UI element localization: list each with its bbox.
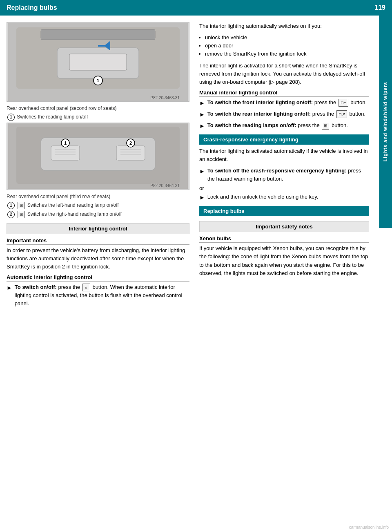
manual-arrow-3: ► To switch the reading lamps on/off: pr… — [199, 121, 369, 130]
manual-arrow-1: ► To switch the front interior lighting … — [199, 98, 369, 107]
auto-control-arrow: ► To switch on/off: press the ☼ button. … — [7, 283, 189, 307]
btn-icon-reading: ⊞ — [18, 202, 25, 209]
crash-arrow-2: ► Lock and then unlock the vehicle using… — [199, 193, 369, 202]
page-number: 119 — [374, 4, 385, 11]
sidebar-tab-label: Lights and windshield wipers — [383, 82, 388, 161]
right-column: The interior lighting automatically swit… — [196, 22, 376, 310]
auto-switch-bullets: unlock the vehicle open a door remove th… — [205, 34, 369, 58]
svg-text:2: 2 — [129, 141, 132, 145]
manual-bold-1: To switch the front interior lighting on… — [207, 99, 313, 105]
manual-heading: Manual interior lighting control — [199, 89, 369, 97]
svg-text:P82.20-3463-31: P82.20-3463-31 — [150, 96, 180, 100]
svg-rect-2 — [41, 29, 155, 40]
front-btn: ⊓~ — [339, 99, 348, 107]
img2-item2: 2 ⊞ Switches the right-hand reading lamp… — [7, 211, 189, 218]
arrow-sym-2: ► — [199, 110, 205, 119]
image-overhead-panel-2: 1 2 P82.20-3464-31 — [7, 123, 189, 190]
important-notes-heading: Important notes — [7, 237, 189, 245]
image-overhead-panel-1: 1 P82.20-3463-31 — [7, 22, 189, 102]
safety-notes-box: Important safety notes — [199, 221, 369, 232]
svg-text:1: 1 — [64, 141, 67, 145]
bullet-unlock: unlock the vehicle — [205, 34, 369, 42]
crash-bold-1: To switch off the crash-responsive emerg… — [207, 168, 347, 174]
crash-text-arrow2: Lock and then unlock the vehicle using t… — [207, 193, 369, 201]
overhead-svg-1: 1 P82.20-3463-31 — [8, 23, 188, 101]
svg-rect-13 — [51, 146, 80, 160]
crash-arrow-sym-2: ► — [199, 193, 205, 202]
arrow-sym-3: ► — [199, 122, 205, 130]
img1-caption: Rear overhead control panel (second row … — [7, 105, 189, 112]
svg-rect-4 — [69, 54, 127, 70]
img2-item1: 1 ⊞ Switches the left-hand reading lamp … — [7, 202, 189, 209]
left-column: 1 P82.20-3463-31 Rear overhead control p… — [0, 22, 196, 310]
btn-icon-reading-right: ⊞ — [18, 211, 25, 218]
auto-control-bold: To switch on/off: — [15, 284, 57, 290]
header-bar: Replacing bulbs 119 — [0, 0, 392, 16]
circle-1: 1 — [7, 114, 15, 121]
auto-control-btn: ☼ — [82, 284, 90, 291]
replacing-bulbs-box: Replacing bulbs — [199, 206, 369, 216]
or-text: or — [199, 185, 369, 191]
manual-text-2: To switch the rear interior lighting on/… — [207, 110, 369, 118]
crash-arrow-1: ► To switch off the crash-responsive eme… — [199, 167, 369, 183]
svg-text:1: 1 — [97, 78, 99, 83]
auto-switch-text2: The interior light is activated for a sh… — [199, 62, 369, 86]
bullet-smartkey: remove the SmartKey from the ignition lo… — [205, 50, 369, 58]
reading-btn: ⊞ — [322, 122, 329, 130]
svg-text:P82.20-3464-31: P82.20-3464-31 — [150, 183, 180, 188]
manual-bold-2: To switch the rear interior lighting on/… — [207, 111, 311, 117]
manual-arrow-2: ► To switch the rear interior lighting o… — [199, 110, 369, 119]
manual-text-1: To switch the front interior lighting on… — [207, 98, 369, 107]
arrow-symbol: ► — [7, 284, 12, 292]
sidebar-tab: Lights and windshield wipers — [379, 16, 392, 228]
interior-lighting-control-box: Interior lighting control — [7, 223, 189, 234]
img2-caption: Rear overhead control panel (third row o… — [7, 193, 189, 200]
auto-switch-intro: The interior lighting automatically swit… — [199, 22, 369, 30]
crash-text-arrow1: To switch off the crash-responsive emerg… — [207, 167, 369, 183]
rear-btn: ⊓↗ — [336, 110, 347, 118]
xenon-text: If your vehicle is equipped with Xenon b… — [199, 244, 369, 277]
manual-bold-3: To switch the reading lamps on/off: — [207, 122, 296, 128]
important-notes-text: In order to prevent the vehicle's batter… — [7, 246, 189, 271]
circle-img2-1: 1 — [7, 202, 15, 209]
header-title: Replacing bulbs — [7, 4, 57, 11]
auto-control-text: To switch on/off: press the ☼ button. Wh… — [15, 283, 189, 307]
auto-control-heading: Automatic interior lighting control — [7, 274, 189, 282]
xenon-heading: Xenon bulbs — [199, 235, 369, 243]
crash-arrow-sym-1: ► — [199, 167, 205, 176]
img1-item1: 1 Switches the reading lamp on/off — [7, 114, 189, 121]
main-content: 1 P82.20-3463-31 Rear overhead control p… — [0, 16, 392, 310]
arrow-sym-1: ► — [199, 99, 205, 107]
svg-rect-6 — [98, 45, 110, 47]
overhead-svg-2: 1 2 P82.20-3464-31 — [8, 123, 188, 189]
svg-rect-14 — [116, 146, 145, 160]
circle-img2-2: 2 — [7, 211, 15, 218]
crash-text1: The interior lighting is activated autom… — [199, 147, 369, 163]
crash-box: Crash-responsive emergency lighting — [199, 134, 369, 145]
manual-text-3: To switch the reading lamps on/off: pres… — [207, 121, 369, 130]
bullet-door: open a door — [205, 42, 369, 50]
watermark: carmanualsonline.info — [349, 525, 389, 530]
